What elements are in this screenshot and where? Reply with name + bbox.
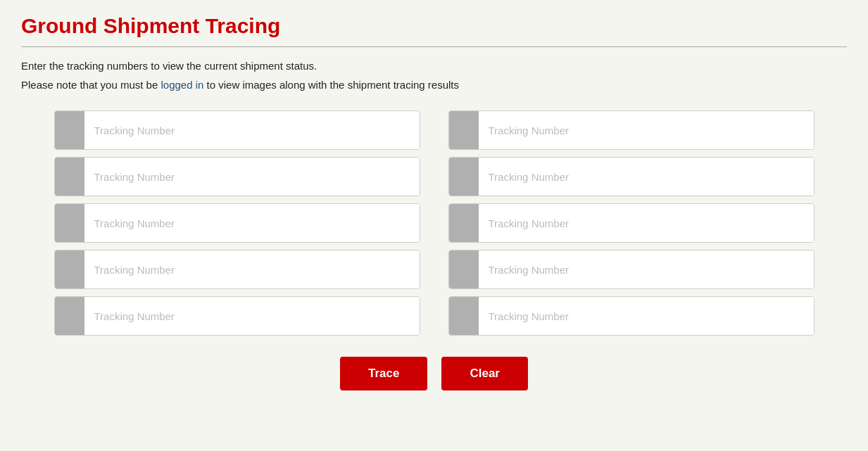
tracking-field-row xyxy=(448,296,814,336)
fields-column-left xyxy=(54,110,420,336)
tracking-field-row xyxy=(54,203,420,243)
tracking-input-1-right[interactable] xyxy=(479,111,814,149)
fields-column-right xyxy=(448,110,814,336)
tracking-field-row xyxy=(54,157,420,196)
field-icon-5-right xyxy=(449,297,479,335)
tracking-field-row xyxy=(54,110,420,150)
tracking-input-2-left[interactable] xyxy=(84,158,420,196)
note-suffix: to view images along with the shipment t… xyxy=(203,79,459,91)
page-title: Ground Shipment Tracing xyxy=(21,14,847,38)
tracking-input-3-right[interactable] xyxy=(479,204,814,242)
tracking-field-row xyxy=(448,250,814,289)
tracking-field-row xyxy=(54,250,420,289)
field-icon-3-left xyxy=(55,204,84,242)
tracking-input-2-right[interactable] xyxy=(479,158,814,196)
tracking-field-row xyxy=(54,296,420,336)
field-icon-4-left xyxy=(55,250,84,288)
tracking-field-row xyxy=(448,203,814,243)
tracking-input-3-left[interactable] xyxy=(84,204,420,242)
field-icon-3-right xyxy=(449,204,479,242)
field-icon-5-left xyxy=(55,297,84,335)
field-icon-1-right xyxy=(449,111,479,149)
note-prefix: Please note that you must be xyxy=(21,79,161,91)
trace-button[interactable]: Trace xyxy=(340,357,427,390)
fields-container xyxy=(21,110,847,336)
page-container: Ground Shipment Tracing Enter the tracki… xyxy=(0,0,868,412)
note-text: Please note that you must be logged in t… xyxy=(21,79,847,91)
description-text: Enter the tracking numbers to view the c… xyxy=(21,60,847,72)
tracking-input-5-right[interactable] xyxy=(479,297,814,335)
tracking-input-4-right[interactable] xyxy=(479,250,814,288)
tracking-field-row xyxy=(448,157,814,196)
divider xyxy=(21,46,847,47)
logged-in-link[interactable]: logged in xyxy=(161,79,203,91)
tracking-input-4-left[interactable] xyxy=(84,250,420,288)
field-icon-2-left xyxy=(55,158,84,196)
clear-button[interactable]: Clear xyxy=(441,357,528,390)
buttons-container: Trace Clear xyxy=(21,357,847,390)
tracking-field-row xyxy=(448,110,814,150)
field-icon-4-right xyxy=(449,250,479,288)
field-icon-2-right xyxy=(449,158,479,196)
tracking-input-1-left[interactable] xyxy=(84,111,420,149)
tracking-input-5-left[interactable] xyxy=(84,297,420,335)
field-icon-1-left xyxy=(55,111,84,149)
